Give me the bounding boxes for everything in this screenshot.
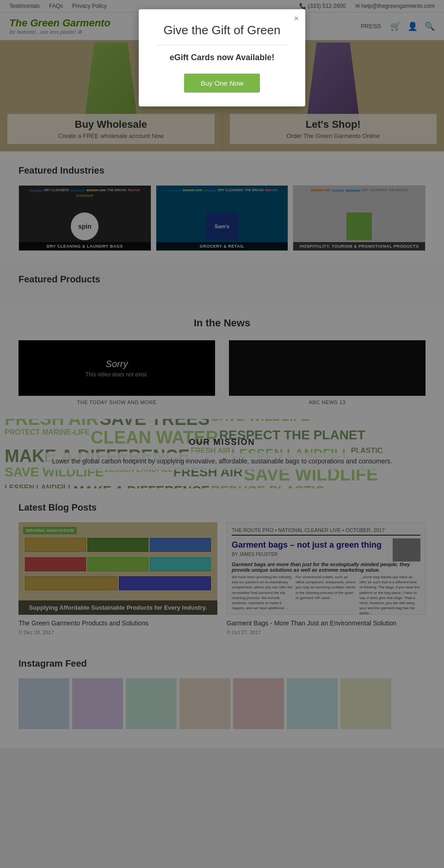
buy-one-now-button[interactable]: Buy One Now [184, 74, 260, 93]
modal-overlay[interactable]: × Give the Gift of Green eGift Cards now… [0, 0, 444, 748]
modal-subtitle: eGift Cards now Available! [157, 53, 287, 62]
modal-dialog: × Give the Gift of Green eGift Cards now… [139, 9, 305, 106]
modal-close-button[interactable]: × [294, 14, 299, 24]
modal-title: Give the Gift of Green [157, 23, 287, 37]
modal-divider [157, 45, 287, 45]
